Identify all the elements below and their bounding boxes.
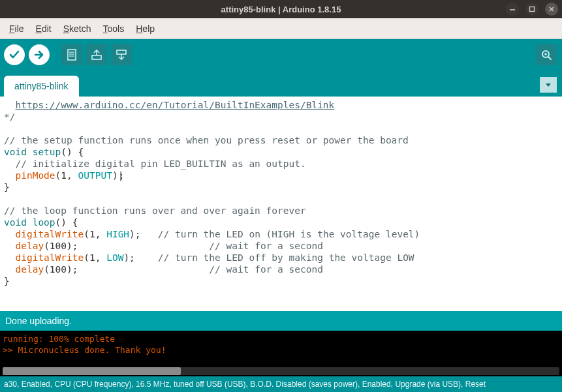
sketch-tabbar: attiny85-blink [0,70,562,97]
fn-loop: loop [33,217,55,228]
console-line-2: >> Micronucleus done. Thank you! [3,345,166,355]
init-comment: // initialize digital pin LED_BUILTIN as… [4,158,306,169]
text-cursor: | [118,170,119,181]
open-sketch-button[interactable] [86,44,107,65]
status-bar: Done uploading. [0,311,562,331]
menu-tools[interactable]: Tools [98,21,130,37]
loop-sig-tail: () { [55,217,78,228]
menu-sketch-rest: ketch [69,23,91,34]
console-scrollbar-thumb[interactable] [3,367,181,375]
serial-monitor-button[interactable] [536,44,557,65]
minimize-button[interactable] [506,3,519,16]
fn-pinmode: pinMode [15,170,55,181]
delay-1: 100 [50,241,67,251]
close-button[interactable] [545,3,558,16]
fn-delay-2: delay [15,264,44,275]
svg-marker-15 [546,83,551,87]
menu-tools-rest: ools [108,23,125,34]
tab-attiny85-blink[interactable]: attiny85-blink [4,76,79,97]
fn-dw-2: digitalWrite [15,252,84,263]
menu-file-rest: ile [15,23,24,34]
delay-2: 100 [50,264,67,275]
fn-dw-1: digitalWrite [15,229,84,239]
svg-rect-10 [117,50,126,54]
console-horizontal-scrollbar[interactable] [3,367,559,375]
tab-dropdown-button[interactable] [540,77,557,93]
fn-delay-1: delay [15,241,44,251]
console-line-1: running: 100% complete [3,334,115,344]
svg-rect-1 [530,7,535,12]
dw-low-comment: // turn the LED off by making the voltag… [135,252,414,263]
menu-help-rest: elp [142,23,155,34]
svg-rect-5 [68,50,76,60]
svg-rect-9 [92,55,101,59]
window-controls [506,3,558,16]
pin-2: 1 [89,229,95,239]
setup-comment: // the setup function runs once when you… [4,135,409,145]
svg-line-12 [548,57,551,59]
delay2-comment: // wait for a second [78,264,323,275]
status-text: Done uploading. [5,316,72,326]
menu-sketch[interactable]: Sketch [58,21,97,37]
upload-button[interactable] [29,44,50,65]
maximize-button[interactable] [525,3,539,16]
brace-close-1: } [4,182,10,192]
menu-edit[interactable]: Edit [31,21,57,37]
new-sketch-button[interactable] [61,44,82,65]
window-titlebar: attiny85-blink | Arduino 1.8.15 [0,0,562,18]
menu-edit-rest: dit [42,23,52,34]
toolbar [0,39,562,70]
delay1-comment: // wait for a second [78,241,323,251]
board-info-footer: a30, Enabled, CPU (CPU frequency), 16.5 … [0,376,562,392]
comment-end: */ [4,112,15,122]
const-output: OUTPUT [78,170,112,181]
tutorial-url-link[interactable]: https://www.arduino.cc/en/Tutorial/Built… [15,100,334,110]
setup-sig-tail: () { [61,147,84,157]
const-high: HIGH [106,229,129,239]
output-console[interactable]: running: 100% complete >> Micronucleus d… [0,331,562,376]
tab-label: attiny85-blink [14,81,69,91]
menubar: File Edit Sketch Tools Help [0,18,562,39]
kw-void-1: void [4,147,27,157]
dw-high-comment: // turn the LED on (HIGH is the voltage … [141,229,420,239]
board-info-text: a30, Enabled, CPU (CPU frequency), 16.5 … [4,380,486,389]
menu-help[interactable]: Help [131,21,160,37]
brace-close-2: } [4,276,10,286]
menu-file[interactable]: File [4,21,29,37]
verify-button[interactable] [4,44,25,65]
kw-void-2: void [4,217,27,228]
code-editor[interactable]: https://www.arduino.cc/en/Tutorial/Built… [0,97,562,311]
pin-3: 1 [89,252,95,263]
loop-comment: // the loop function runs over and over … [4,205,306,216]
fn-setup: setup [33,147,61,157]
pin-1: 1 [61,170,67,181]
const-low: LOW [106,252,123,263]
save-sketch-button[interactable] [111,44,132,65]
window-title: attiny85-blink | Arduino 1.8.15 [0,5,562,14]
